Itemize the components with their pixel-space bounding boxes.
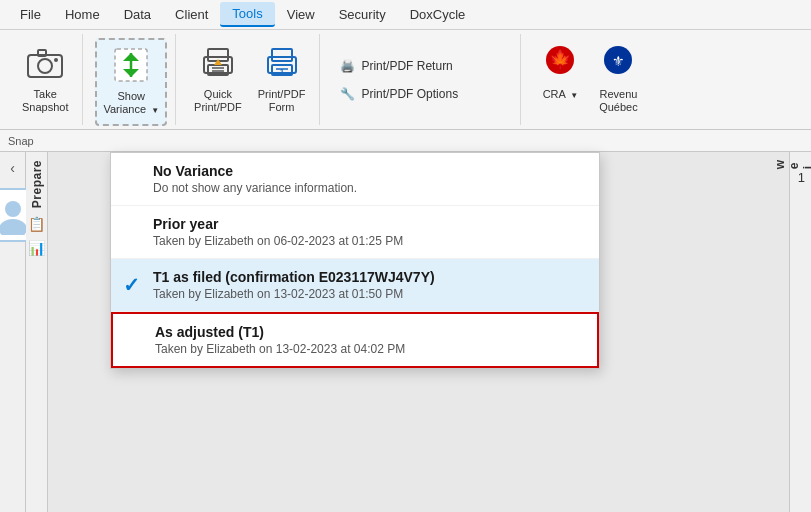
svg-point-3 — [54, 58, 58, 62]
svg-point-23 — [5, 201, 21, 217]
camera-icon — [24, 42, 66, 84]
svg-text:⚜: ⚜ — [612, 53, 625, 69]
pdf-options-group: 🖨️ Print/PDF Return 🔧 Print/PDF Options — [324, 34, 521, 125]
menu-client[interactable]: Client — [163, 3, 220, 26]
menu-security[interactable]: Security — [327, 3, 398, 26]
dropdown-item-as-adjusted[interactable]: As adjusted (T1) Taken by Elizabeth on 1… — [111, 312, 599, 368]
prepare-panel: Prepare 📋 📊 — [26, 152, 48, 512]
prior-year-subtitle: Taken by Elizabeth on 06-02-2023 at 01:2… — [153, 234, 583, 248]
menu-doxcycle[interactable]: DoxCycle — [398, 3, 478, 26]
print-pdf-options-button[interactable]: 🔧 Print/PDF Options — [332, 82, 512, 106]
as-adjusted-title: As adjusted (T1) — [155, 324, 581, 340]
collapse-arrow[interactable]: ‹ — [6, 156, 19, 180]
menu-data[interactable]: Data — [112, 3, 163, 26]
revenu-quebec-button[interactable]: ⚜ RevenuQuébec — [591, 38, 645, 126]
sub-ribbon: Snap — [0, 130, 811, 152]
prepare-label: Prepare — [30, 160, 44, 208]
menu-bar: File Home Data Client Tools View Securit… — [0, 0, 811, 30]
t1-filed-title: T1 as filed (confirmation E023117WJ4V7Y) — [153, 269, 583, 285]
prepare-icon-1[interactable]: 📋 — [28, 216, 45, 232]
dropdown-menu: No Variance Do not show any variance inf… — [110, 152, 600, 369]
view-label: View — [773, 160, 812, 169]
cra-label: CRA ▼ — [543, 88, 579, 101]
cra-dropdown-arrow: ▼ — [570, 91, 578, 100]
no-variance-subtitle: Do not show any variance information. — [153, 181, 583, 195]
sub-ribbon-snap: Snap — [8, 135, 34, 147]
menu-file[interactable]: File — [8, 3, 53, 26]
dropdown-item-no-variance[interactable]: No Variance Do not show any variance inf… — [111, 153, 599, 206]
quick-print-label: QuickPrint/PDF — [194, 88, 242, 114]
variance-group: ShowVariance ▼ — [87, 34, 176, 125]
quick-print-button[interactable]: QuickPrint/PDF — [188, 38, 248, 126]
revenu-quebec-label: RevenuQuébec — [599, 88, 638, 114]
menu-view[interactable]: View — [275, 3, 327, 26]
print-pdf-return-label: Print/PDF Return — [361, 59, 452, 73]
left-sidebar: ‹ — [0, 152, 26, 512]
variance-icon — [110, 44, 152, 86]
printer-icon: 🖨️ — [340, 59, 355, 73]
cra-group: 🍁 CRA ▼ ⚜ RevenuQuébec — [525, 34, 653, 125]
as-adjusted-subtitle: Taken by Elizabeth on 13-02-2023 at 04:0… — [155, 342, 581, 356]
dropdown-item-t1-filed[interactable]: ✓ T1 as filed (confirmation E023117WJ4V7… — [111, 259, 599, 312]
wrench-icon: 🔧 — [340, 87, 355, 101]
no-variance-title: No Variance — [153, 163, 583, 179]
cra-button[interactable]: 🍁 CRA ▼ — [533, 38, 587, 126]
take-snapshot-label: Take Snapshot — [22, 88, 68, 114]
snapshot-group: Take Snapshot — [8, 34, 83, 125]
view-panel: View — [789, 152, 811, 512]
menu-home[interactable]: Home — [53, 3, 112, 26]
fleur-icon: ⚜ — [597, 42, 639, 84]
print-pdf-return-button[interactable]: 🖨️ Print/PDF Return — [332, 54, 512, 78]
print-pdf-options-label: Print/PDF Options — [361, 87, 458, 101]
print-group: QuickPrint/PDF 1 Print/PDFForm — [180, 34, 320, 125]
print-pdf-form-label: Print/PDFForm — [258, 88, 306, 114]
take-snapshot-button[interactable]: Take Snapshot — [16, 38, 74, 126]
show-variance-label: ShowVariance ▼ — [103, 90, 159, 116]
checkmark-icon: ✓ — [123, 273, 140, 297]
svg-text:🍁: 🍁 — [549, 48, 572, 70]
t1-filed-subtitle: Taken by Elizabeth on 13-02-2023 at 01:5… — [153, 287, 583, 301]
svg-rect-15 — [272, 49, 292, 61]
ribbon: Take Snapshot ShowVariance ▼ — [0, 30, 811, 130]
svg-rect-2 — [38, 50, 46, 56]
quickprint-icon — [197, 42, 239, 84]
show-variance-button[interactable]: ShowVariance ▼ — [95, 38, 167, 126]
dropdown-item-prior-year[interactable]: Prior year Taken by Elizabeth on 06-02-2… — [111, 206, 599, 259]
svg-point-1 — [38, 59, 52, 73]
menu-tools[interactable]: Tools — [220, 2, 274, 27]
prior-year-title: Prior year — [153, 216, 583, 232]
cra-leaf-icon: 🍁 — [539, 42, 581, 84]
printform-icon: 1 — [261, 42, 303, 84]
print-pdf-form-button[interactable]: 1 Print/PDFForm — [252, 38, 312, 126]
prepare-icon-2[interactable]: 📊 — [28, 240, 45, 256]
svg-point-24 — [0, 219, 27, 235]
variance-dropdown-arrow: ▼ — [151, 106, 159, 115]
